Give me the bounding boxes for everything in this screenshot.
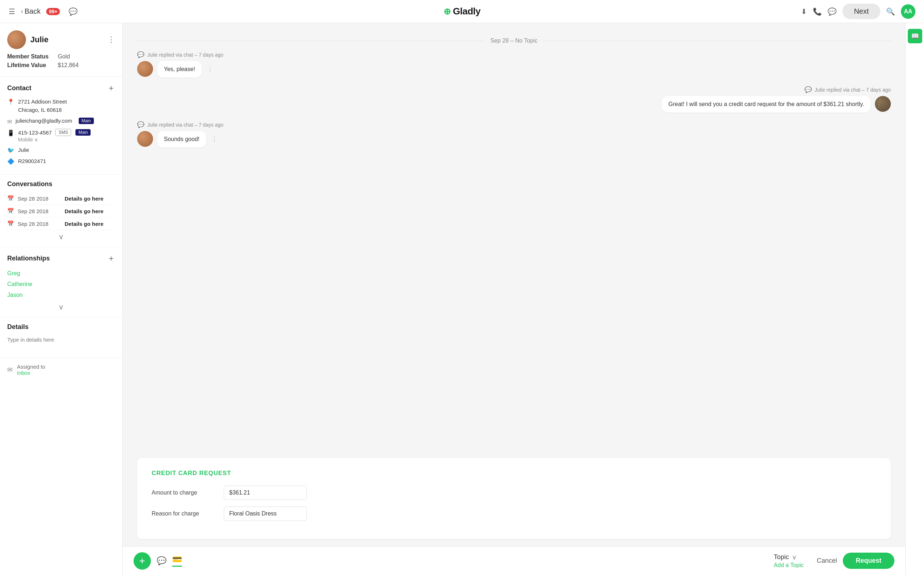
message-more-icon-3[interactable]: ⋮ [211,135,218,143]
relationship-catherine[interactable]: Catherine [7,279,115,290]
contact-email[interactable]: julieichang@gladly.com [16,118,72,124]
user-avatar[interactable]: AA [901,4,915,19]
chat-meta-icon-3: 💬 [137,121,145,128]
gladly-logo-text: Gladly [453,6,480,17]
calendar-icon-3: 📅 [7,221,14,227]
search-icon[interactable]: 🔍 [886,7,895,16]
lifetime-value-value: $12,864 [58,62,79,68]
relationship-greg[interactable]: Greg [7,268,115,279]
twitter-icon: 🐦 [7,147,14,154]
message-bubble-2: Great! I will send you a credit card req… [662,96,871,113]
message-group-3: 💬 Julie replied via chat – 7 days ago So… [137,121,891,148]
profile-header: Julie ⋮ [7,30,115,49]
lifetime-value-label: Lifetime Value [7,62,58,68]
contact-title: Contact [7,84,32,92]
hamburger-icon[interactable]: ☰ [9,7,15,16]
back-label: Back [25,7,40,16]
topic-label: Topic [774,553,789,561]
phone-number-row: 415-123-4567 SMS Main [18,129,91,136]
details-title: Details [7,323,29,331]
message-avatar-1 [137,61,153,77]
message-text-3: Sounds good! [164,136,200,142]
relationships-expand-icon[interactable]: ∨ [7,300,115,311]
contact-address: 2721 Addison Street Chicago, IL 60618 [18,98,67,114]
reason-input[interactable] [224,507,307,521]
topic-add-link[interactable]: Add a Topic [774,562,804,569]
assigned-value[interactable]: Inbox [17,370,45,376]
profile-section: Julie ⋮ Member Status Gold Lifetime Valu… [0,23,122,77]
profile-info: Julie [7,30,48,49]
top-navigation: ☰ ‹ Back 99+ 💬 ⊕ Gladly ⬇ 📞 💬 Next 🔍 AA [0,0,924,23]
contact-add-icon[interactable]: ＋ [107,83,115,94]
message-meta-1: 💬 Julie replied via chat – 7 days ago [137,51,891,58]
message-group-1: 💬 Julie replied via chat – 7 days ago Ye… [137,51,891,78]
facebook-id[interactable]: R29002471 [18,158,46,164]
contact-email-row: ✉ julieichang@gladly.com Main [7,118,115,125]
conversation-item-1[interactable]: 📅 Sep 28 2018 Details go here [7,192,115,205]
relationship-jason[interactable]: Jason [7,290,115,300]
chevron-down-icon[interactable]: ∨ [34,137,38,143]
message-meta-text-3: Julie replied via chat – 7 days ago [147,122,223,128]
member-status-value: Gold [58,53,70,60]
chat-meta-icon-1: 💬 [137,51,145,58]
address-line1: 2721 Addison Street [18,98,67,106]
topic-chevron-icon[interactable]: ∨ [792,553,797,561]
request-button[interactable]: Request [843,553,894,569]
member-status-row: Member Status Gold [7,53,115,60]
bottom-comment-icon[interactable]: 💬 [157,556,166,565]
relationships-add-icon[interactable]: ＋ [107,253,115,264]
chat-meta-icon-2: 💬 [805,86,812,93]
calendar-icon-2: 📅 [7,208,14,214]
message-meta-3: 💬 Julie replied via chat – 7 days ago [137,121,891,128]
right-panel-book-icon[interactable]: 📖 [908,29,922,43]
bottom-bar: + 💬 💳 Topic ∨ Add a Topic Cancel Request [123,546,905,575]
message-text-1: Yes, please! [164,66,195,72]
email-icon: ✉ [7,118,12,125]
contact-twitter-row: 🐦 Julie [7,146,115,154]
message-text-2: Great! I will send you a credit card req… [668,101,864,107]
next-button[interactable]: Next [843,3,880,19]
relationships-header: Relationships ＋ [7,253,115,264]
chat-icon[interactable]: 💬 [828,7,837,16]
topic-section: Topic ∨ Add a Topic [774,553,804,569]
contact-phone-row: 📱 415-123-4567 SMS Main Mobile ∨ [7,129,115,143]
conversations-title: Conversations [7,180,52,188]
phone-icon[interactable]: 📞 [813,7,822,16]
credit-card-tab-icon[interactable]: 💳 [172,555,182,567]
gladly-logo-icon: ⊕ [444,6,451,17]
calendar-icon-1: 📅 [7,195,14,202]
conversation-panel: Sep 28 – No Topic 💬 Julie replied via ch… [123,23,905,575]
download-icon[interactable]: ⬇ [801,7,807,16]
add-button[interactable]: + [134,552,151,570]
phone-type-label: Mobile ∨ [18,137,91,143]
message-bubble-row-2: Great! I will send you a credit card req… [137,96,891,113]
phone-contact-icon: 📱 [7,130,14,137]
conv-detail-1: Details go here [65,195,103,202]
lifetime-value-row: Lifetime Value $12,864 [7,62,115,68]
back-button[interactable]: ‹ Back [21,7,40,16]
message-more-icon-1[interactable]: ⋮ [207,65,213,73]
nav-left-group: ☰ ‹ Back 99+ 💬 [9,7,78,16]
cancel-button[interactable]: Cancel [817,557,837,564]
message-bubble-row-3: Sounds good! ⋮ [137,131,891,148]
amount-input[interactable] [224,486,307,500]
messages-area: Sep 28 – No Topic 💬 Julie replied via ch… [123,23,905,451]
details-textarea[interactable] [7,335,115,350]
amount-row: Amount to charge [152,486,876,500]
location-icon: 📍 [7,98,14,105]
member-status-label: Member Status [7,53,58,60]
message-bubble-1: Yes, please! ⋮ [157,61,202,78]
twitter-handle[interactable]: Julie [18,147,29,153]
back-arrow-icon: ‹ [21,8,23,15]
conversation-item-2[interactable]: 📅 Sep 28 2018 Details go here [7,205,115,218]
message-more-icon-2[interactable]: ⋮ [876,100,882,108]
contact-phone-number[interactable]: 415-123-4567 [18,130,52,136]
comment-icon[interactable]: 💬 [68,7,78,16]
conversations-expand-icon[interactable]: ∨ [7,230,115,241]
main-content: Julie ⋮ Member Status Gold Lifetime Valu… [0,23,924,575]
conversation-item-3[interactable]: 📅 Sep 28 2018 Details go here [7,218,115,230]
assigned-label: Assigned to [17,364,45,370]
profile-menu-icon[interactable]: ⋮ [107,35,115,44]
contact-header: Contact ＋ [7,83,115,94]
message-bubble-3: Sounds good! ⋮ [157,131,206,148]
